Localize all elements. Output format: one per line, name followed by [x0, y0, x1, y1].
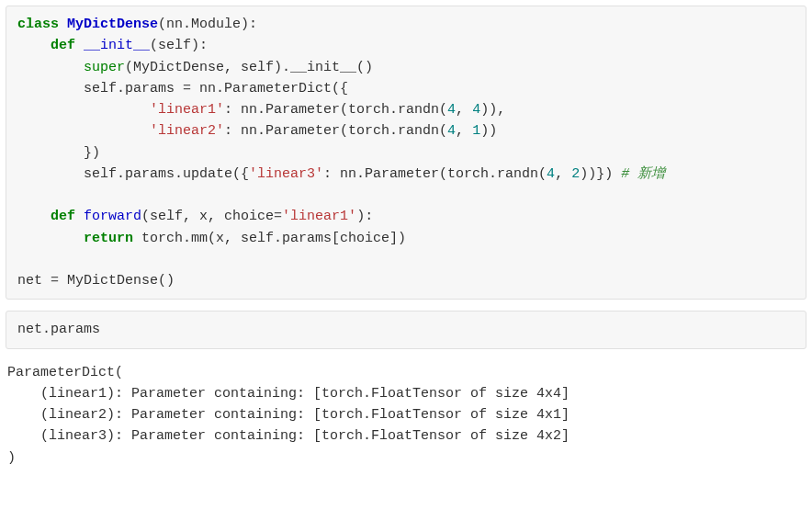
code-cell-1[interactable]: class MyDictDense(nn.Module): def __init…	[6, 6, 806, 300]
str-linear1: 'linear1'	[150, 102, 224, 118]
num-1: 1	[472, 123, 480, 139]
nn-param1: : nn.Parameter(torch.randn(	[224, 102, 447, 118]
update-tail: ))})	[580, 166, 621, 182]
init-call: __init__	[290, 60, 356, 75]
str-default: 'linear1'	[282, 209, 356, 224]
super-args: (MyDictDense, self).	[125, 60, 290, 75]
eq-op-2: =	[274, 209, 282, 224]
comma2: ,	[456, 123, 472, 139]
forward-sig-open: (self, x, choice	[141, 209, 274, 224]
builtin-super: super	[84, 60, 125, 75]
comma1: ,	[456, 102, 472, 118]
return-body: torch.mm(x, self.params[choice])	[133, 231, 406, 246]
method-init: __init__	[84, 38, 150, 53]
keyword-return: return	[84, 231, 133, 246]
method-forward: forward	[84, 209, 141, 224]
out-l2: (linear1): Parameter containing: [torch.…	[7, 386, 570, 402]
eq-op-3: =	[51, 273, 59, 289]
keyword-class: class	[17, 17, 59, 32]
num-4a: 4	[447, 102, 456, 118]
forward-sig-close: ):	[356, 209, 373, 224]
code2-line: net.params	[17, 322, 100, 337]
keyword-def-2: def	[51, 209, 75, 224]
init-sig: (self):	[150, 38, 208, 53]
init-tail: ()	[356, 60, 373, 75]
keyword-def: def	[51, 38, 75, 53]
str-linear2: 'linear2'	[150, 123, 224, 139]
eq-op: =	[183, 81, 191, 96]
comma3: ,	[555, 166, 571, 182]
num-4c: 4	[447, 123, 456, 139]
num-4d: 4	[547, 166, 555, 182]
output-cell: ParameterDict( (linear1): Parameter cont…	[6, 360, 806, 476]
close2: ))	[480, 123, 497, 139]
self-params: self.params	[17, 81, 183, 96]
str-linear3: 'linear3'	[249, 166, 323, 182]
comment-new: # 新增	[621, 166, 665, 182]
class-base: (nn.Module):	[158, 17, 257, 32]
net-rhs: MyDictDense()	[59, 273, 175, 289]
update-mid: : nn.Parameter(torch.randn(	[323, 166, 547, 182]
num-4b: 4	[472, 102, 480, 118]
nn-param2: : nn.Parameter(torch.randn(	[224, 123, 447, 139]
out-l3: (linear2): Parameter containing: [torch.…	[7, 407, 570, 423]
code-cell-2[interactable]: net.params	[6, 311, 806, 348]
close1: )),	[480, 102, 505, 118]
update-head: self.params.update({	[17, 166, 249, 182]
out-l1: ParameterDict(	[7, 365, 123, 380]
class-name: MyDictDense	[67, 17, 158, 32]
num-2: 2	[571, 166, 580, 182]
out-l5: )	[7, 450, 16, 466]
net-assign: net	[17, 273, 51, 289]
close-brace: })	[17, 145, 100, 161]
out-l4: (linear3): Parameter containing: [torch.…	[7, 428, 570, 444]
paramdict-open: nn.ParameterDict({	[191, 81, 348, 96]
